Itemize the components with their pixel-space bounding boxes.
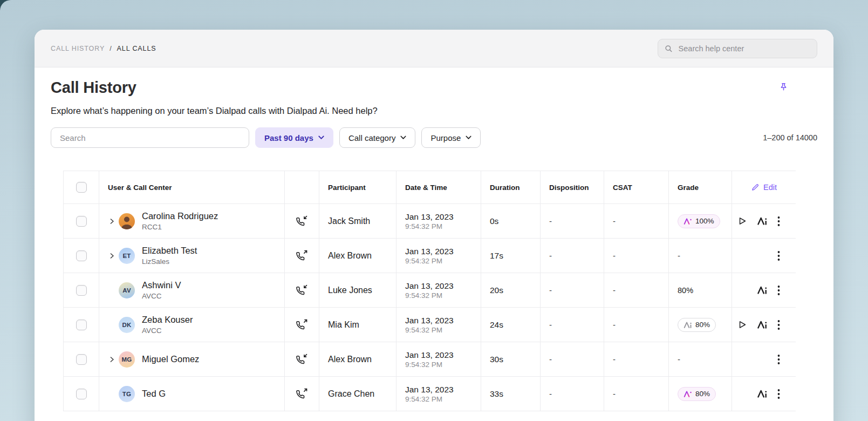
call-time: 9:54:32 PM — [405, 326, 454, 334]
kebab-menu-icon — [777, 320, 780, 330]
column-header-direction — [285, 171, 319, 203]
actions-cell — [732, 239, 796, 273]
grade-empty: - — [678, 251, 680, 260]
table-row: AV Ashwini VAVCC Luke Jones Jan 13, 2023… — [63, 273, 796, 308]
call-date: Jan 13, 2023 — [405, 212, 454, 222]
ai-icon — [757, 389, 768, 398]
ai-grade-badge: 80% — [678, 318, 716, 332]
user-cell: DK Zeba KouserAVCC — [99, 308, 285, 342]
call-time: 9:54:32 PM — [405, 257, 454, 265]
ai-transcript-button[interactable] — [757, 216, 768, 226]
participant-name: Grace Chen — [328, 389, 374, 399]
call-date: Jan 13, 2023 — [405, 315, 454, 325]
table-body: Carolina RodriguezRCC1 Jack Smith Jan 13… — [63, 204, 796, 411]
datetime-cell: Jan 13, 2023 9:54:32 PM — [397, 342, 481, 376]
actions-cell — [732, 342, 796, 376]
csat-cell: - — [604, 308, 669, 342]
duration-cell: 17s — [481, 239, 541, 273]
grade-empty: - — [678, 355, 680, 364]
row-menu-button[interactable] — [777, 285, 780, 296]
row-checkbox[interactable] — [76, 389, 87, 399]
duration-value: 17s — [490, 251, 503, 261]
actions-cell — [732, 308, 796, 342]
user-name: Zeba Kouser — [142, 315, 193, 325]
grade-cell: 80% — [669, 377, 732, 411]
user-name: Elizabeth Test — [142, 246, 197, 256]
disposition-value: - — [549, 355, 552, 364]
table-row: Carolina RodriguezRCC1 Jack Smith Jan 13… — [63, 204, 796, 239]
purpose-label: Purpose — [430, 133, 461, 142]
user-name: Ashwini V — [142, 280, 181, 291]
search-field[interactable] — [59, 133, 241, 143]
row-menu-button[interactable] — [777, 389, 780, 399]
date-range-filter-button[interactable]: Past 90 days — [255, 127, 333, 148]
ai-grade-badge: 80% — [678, 387, 716, 401]
search-input[interactable] — [51, 127, 249, 148]
row-menu-button[interactable] — [777, 250, 780, 261]
csat-value: - — [613, 320, 616, 329]
ai-icon — [684, 321, 692, 329]
grade-cell: 100% — [669, 204, 732, 238]
call-history-table: User & Call Center Participant Date & Ti… — [63, 171, 796, 411]
column-header-user: User & Call Center — [99, 171, 285, 203]
select-all-checkbox[interactable] — [76, 182, 87, 193]
disposition-cell: - — [541, 308, 604, 342]
avatar: TG — [119, 386, 135, 402]
row-checkbox[interactable] — [76, 250, 87, 261]
expand-row-button[interactable] — [108, 356, 115, 363]
kebab-menu-icon — [777, 354, 780, 365]
help-search-input[interactable] — [658, 39, 817, 58]
play-icon — [737, 320, 747, 330]
ai-transcript-button[interactable] — [757, 286, 768, 295]
edit-columns-button[interactable]: Edit — [748, 182, 780, 192]
call-direction-cell — [285, 204, 319, 238]
duration-value: 20s — [490, 286, 503, 295]
disposition-value: - — [549, 216, 552, 226]
ai-icon — [684, 218, 692, 225]
row-checkbox[interactable] — [76, 320, 87, 330]
expand-row-button[interactable] — [108, 218, 115, 225]
play-recording-button[interactable] — [737, 216, 747, 226]
participant-cell: Alex Brown — [319, 239, 397, 273]
help-search-field[interactable] — [678, 44, 810, 53]
row-checkbox[interactable] — [76, 285, 87, 296]
edit-label: Edit — [763, 183, 777, 192]
user-cell: Carolina RodriguezRCC1 — [99, 204, 285, 238]
csat-cell: - — [604, 204, 669, 238]
datetime-cell: Jan 13, 2023 9:54:32 PM — [397, 204, 481, 238]
ai-transcript-button[interactable] — [757, 320, 768, 329]
expand-row-button[interactable] — [108, 253, 115, 259]
profile-photo — [119, 213, 135, 229]
user-cell: ET Elizabeth TestLizSales — [99, 239, 285, 273]
call-date: Jan 13, 2023 — [405, 350, 454, 360]
chevron-right-icon — [109, 218, 115, 225]
kebab-menu-icon — [777, 389, 780, 399]
column-header-disposition: Disposition — [541, 171, 604, 203]
pin-page-button[interactable] — [778, 82, 789, 93]
results-count: 1–200 of 14000 — [763, 133, 817, 142]
row-checkbox[interactable] — [76, 354, 87, 365]
row-checkbox[interactable] — [76, 216, 87, 227]
row-menu-button[interactable] — [777, 320, 780, 330]
ai-transcript-button[interactable] — [757, 389, 768, 398]
call-category-filter-button[interactable]: Call category — [339, 127, 416, 148]
ai-icon — [757, 216, 768, 226]
chevron-down-icon — [466, 135, 471, 140]
breadcrumb-call-history[interactable]: CALL HISTORY — [51, 45, 105, 52]
csat-value: - — [613, 216, 616, 226]
row-menu-button[interactable] — [777, 216, 780, 227]
column-header-duration: Duration — [481, 171, 541, 203]
user-name: Ted G — [142, 389, 166, 399]
row-menu-button[interactable] — [777, 354, 780, 365]
play-recording-button[interactable] — [737, 320, 747, 330]
pushpin-icon — [778, 82, 789, 93]
datetime-cell: Jan 13, 2023 9:54:32 PM — [397, 239, 481, 273]
participant-name: Mia Kim — [328, 320, 359, 330]
csat-cell: - — [604, 273, 669, 307]
purpose-filter-button[interactable]: Purpose — [421, 127, 481, 148]
datetime-cell: Jan 13, 2023 9:54:32 PM — [397, 377, 481, 411]
user-cell: TG Ted G — [99, 377, 285, 411]
participant-cell: Grace Chen — [319, 377, 397, 411]
duration-cell: 24s — [481, 308, 541, 342]
duration-cell: 33s — [481, 377, 541, 411]
